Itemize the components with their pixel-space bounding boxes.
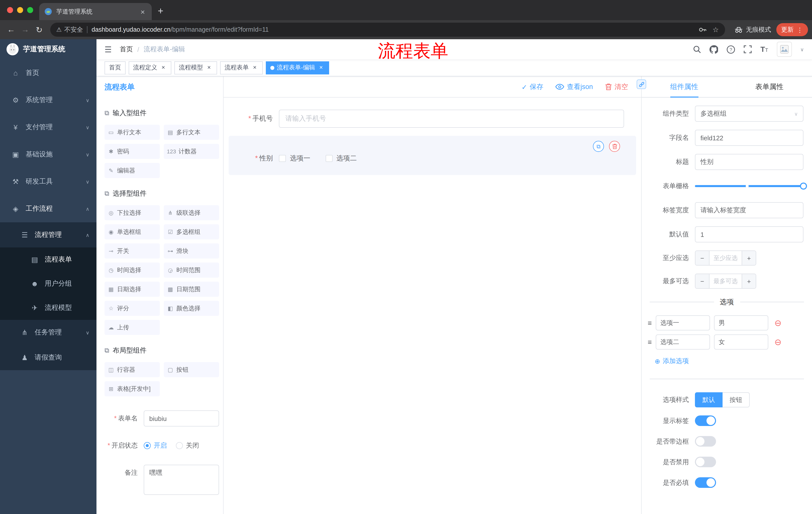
security-label[interactable]: 不安全 [64, 25, 83, 34]
tag-process-model[interactable]: 流程模型 × [174, 61, 217, 74]
palette-item-color-picker[interactable]: ◧颜色选择 [164, 301, 219, 316]
fullscreen-icon[interactable] [744, 45, 752, 53]
tag-close-icon[interactable]: × [160, 64, 167, 71]
tab-form-props[interactable]: 表单属性 [727, 77, 812, 97]
font-size-icon[interactable]: TT [760, 45, 768, 54]
option-label-input[interactable]: 选项二 [656, 334, 710, 350]
sidebar-item-leave-query[interactable]: ♟ 请假查询 [0, 345, 96, 370]
palette-item-cascader[interactable]: ⋔级联选择 [164, 205, 219, 220]
password-key-icon[interactable] [698, 26, 706, 34]
reload-button[interactable]: ↻ [32, 23, 46, 37]
palette-item-button[interactable]: ▢按钮 [164, 362, 219, 377]
palette-item-switch[interactable]: ⊸开关 [105, 243, 160, 259]
option-value-input[interactable]: 女 [714, 334, 768, 350]
tag-process-definition[interactable]: 流程定义 × [128, 61, 171, 74]
minus-button[interactable]: − [695, 251, 709, 265]
add-option-button[interactable]: ⊕ 添加选项 [642, 357, 812, 366]
drag-handle-icon[interactable]: ≡ [648, 319, 652, 327]
address-bar[interactable]: ⚠ 不安全 dashboard.yudao.iocoder.cn /bpm/ma… [50, 23, 725, 37]
tag-home[interactable]: 首页 [105, 61, 126, 74]
sidebar-item-process-form[interactable]: ▤ 流程表单 [0, 247, 96, 272]
avatar-chevron-down-icon[interactable]: ∨ [800, 47, 804, 52]
form-canvas[interactable]: *手机号 请输入手机号 ⧉ *性别 选项一 选项二 [224, 98, 641, 514]
view-json-button[interactable]: 查看json [555, 82, 593, 91]
sidebar-item-task-mgmt[interactable]: ⋔ 任务管理 ∨ [0, 320, 96, 345]
disabled-switch[interactable] [695, 457, 716, 467]
sidebar-item-payment[interactable]: ¥ 支付管理 ∨ [0, 114, 96, 141]
tag-close-icon[interactable]: × [318, 64, 325, 71]
link-handle-icon[interactable] [637, 79, 646, 89]
max-select-input[interactable]: 最多可选 [709, 274, 742, 288]
remove-option-icon[interactable]: ⊖ [774, 338, 782, 346]
forward-button[interactable]: → [18, 23, 32, 37]
style-default-button[interactable]: 默认 [695, 392, 723, 407]
bookmark-star-icon[interactable]: ☆ [713, 26, 719, 34]
palette-item-date-range[interactable]: ▩日期范围 [164, 282, 219, 297]
help-icon[interactable]: ? [727, 45, 735, 54]
search-icon[interactable] [693, 45, 701, 53]
palette-item-time-picker[interactable]: ◷时间选择 [105, 263, 160, 278]
sidebar-toggle-icon[interactable]: ☰ [105, 45, 112, 54]
save-button[interactable]: ✓ 保存 [522, 82, 544, 91]
canvas-field-gender-selected[interactable]: ⧉ *性别 选项一 选项二 [229, 136, 636, 175]
min-select-input[interactable]: 至少应选 [709, 251, 742, 265]
sidebar-item-infra[interactable]: ▣ 基础设施 ∨ [0, 141, 96, 168]
component-type-select[interactable]: 多选框组 ∨ [695, 106, 804, 122]
browser-update-button[interactable]: 更新 ⋮ [776, 23, 808, 36]
palette-item-textarea[interactable]: ▤多行文本 [164, 125, 219, 140]
remove-option-icon[interactable]: ⊖ [774, 319, 782, 327]
sidebar-item-user-group[interactable]: ☻ 用户分组 [0, 272, 96, 296]
status-off-radio[interactable]: 关闭 [176, 441, 199, 450]
plus-button[interactable]: + [742, 251, 756, 265]
sidebar-item-devtools[interactable]: ⚒ 研发工具 ∨ [0, 168, 96, 195]
border-switch[interactable] [695, 436, 716, 447]
window-zoom-button[interactable] [27, 7, 33, 13]
back-button[interactable]: ← [4, 23, 18, 37]
palette-item-counter[interactable]: 123计数器 [164, 144, 219, 159]
show-label-switch[interactable] [695, 415, 716, 426]
clear-button[interactable]: 清空 [605, 82, 628, 91]
slider-handle[interactable] [800, 183, 807, 190]
window-minimize-button[interactable] [17, 7, 23, 13]
minus-button[interactable]: − [695, 274, 709, 288]
default-value-input[interactable]: 1 [695, 226, 804, 242]
gender-option-1-checkbox[interactable]: 选项一 [279, 154, 310, 163]
palette-item-time-range[interactable]: ◶时间范围 [164, 263, 219, 278]
form-name-input[interactable]: biubiu [144, 410, 219, 427]
status-on-radio[interactable]: 开启 [144, 441, 167, 450]
palette-item-editor[interactable]: ✎编辑器 [105, 163, 160, 178]
option-label-input[interactable]: 选项一 [656, 315, 710, 330]
user-avatar[interactable] [777, 42, 792, 57]
sidebar-item-system[interactable]: ⚙ 系统管理 ∨ [0, 86, 96, 114]
palette-item-upload[interactable]: ☁上传 [105, 320, 160, 335]
delete-component-button[interactable] [609, 141, 620, 152]
palette-item-password[interactable]: ✱密码 [105, 144, 160, 159]
required-switch[interactable] [695, 477, 716, 488]
palette-item-slider[interactable]: ⊶滑块 [164, 243, 219, 259]
form-remark-textarea[interactable]: 嘿嘿 [144, 465, 219, 495]
tag-process-form[interactable]: 流程表单 × [220, 61, 263, 74]
plus-button[interactable]: + [742, 274, 756, 288]
sidebar-item-workflow[interactable]: ◈ 工作流程 ∧ [0, 195, 96, 222]
browser-menu-kebab-icon[interactable]: ⋮ [797, 26, 803, 33]
gender-option-2-checkbox[interactable]: 选项二 [325, 154, 357, 163]
tag-close-icon[interactable]: × [205, 64, 212, 71]
form-grid-slider[interactable] [695, 178, 804, 194]
new-tab-button[interactable]: + [158, 5, 163, 17]
title-input[interactable]: 性别 [695, 154, 804, 170]
tag-process-form-edit-active[interactable]: 流程表单-编辑 × [266, 61, 329, 74]
github-icon[interactable] [710, 45, 718, 54]
palette-item-table[interactable]: ⊞表格[开发中] [105, 381, 160, 396]
palette-item-single-line[interactable]: ▭单行文本 [105, 125, 160, 140]
palette-item-checkbox-group[interactable]: ☑多选框组 [164, 224, 219, 239]
palette-item-row-container[interactable]: ◫行容器 [105, 362, 160, 377]
label-width-input[interactable]: 请输入标签宽度 [695, 202, 804, 218]
canvas-field-phone[interactable]: *手机号 请输入手机号 [229, 110, 636, 128]
palette-item-radio-group[interactable]: ◉单选框组 [105, 224, 160, 239]
palette-item-select[interactable]: ◎下拉选择 [105, 205, 160, 220]
sidebar-item-process-model[interactable]: ✈ 流程模型 [0, 296, 96, 320]
sidebar-item-home[interactable]: ⌂ 首页 [0, 59, 96, 86]
palette-item-rate[interactable]: ☆评分 [105, 301, 160, 316]
window-close-button[interactable] [7, 7, 13, 13]
field-name-input[interactable]: field122 [695, 130, 804, 146]
